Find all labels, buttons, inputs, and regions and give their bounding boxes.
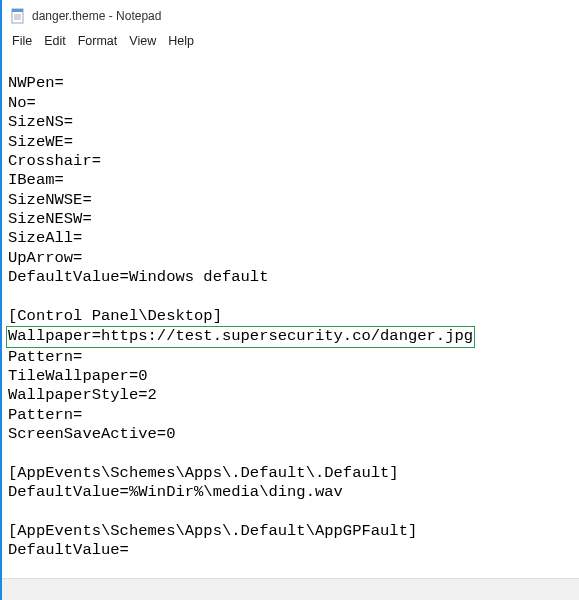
titlebar: danger.theme - Notepad xyxy=(2,0,579,30)
text-line: NWPen= xyxy=(8,74,64,92)
text-line: DefaultValue= xyxy=(8,541,129,559)
text-line: UpArrow= xyxy=(8,249,82,267)
svg-rect-1 xyxy=(12,9,23,12)
text-editor-content[interactable]: NWPen= No= SizeNS= SizeWE= Crosshair= IB… xyxy=(2,53,579,597)
text-line: DefaultValue=%WinDir%\media\ding.wav xyxy=(8,483,343,501)
text-line: WallpaperStyle=2 xyxy=(8,386,157,404)
text-line: SizeWE= xyxy=(8,133,73,151)
menu-file[interactable]: File xyxy=(6,32,38,50)
menu-edit[interactable]: Edit xyxy=(38,32,72,50)
text-line: SizeAll= xyxy=(8,229,82,247)
text-line: SizeNESW= xyxy=(8,210,92,228)
text-line: Wallpaper=https://test.supersecurity.co/… xyxy=(8,327,473,345)
text-line: ScreenSaveActive=0 xyxy=(8,425,175,443)
text-line: [AppEvents\Schemes\Apps\.Default\AppGPFa… xyxy=(8,522,417,540)
text-line: No= xyxy=(8,94,36,112)
statusbar xyxy=(2,578,579,600)
text-line: Pattern= xyxy=(8,406,82,424)
menu-view[interactable]: View xyxy=(123,32,162,50)
notepad-icon xyxy=(10,8,26,24)
text-line: IBeam= xyxy=(8,171,64,189)
text-line: SizeNS= xyxy=(8,113,73,131)
text-line: Crosshair= xyxy=(8,152,101,170)
menu-help[interactable]: Help xyxy=(162,32,200,50)
menubar: File Edit Format View Help xyxy=(2,30,579,53)
window-title: danger.theme - Notepad xyxy=(32,9,161,23)
text-line: [AppEvents\Schemes\Apps\.Default\.Defaul… xyxy=(8,464,399,482)
text-line: [Control Panel\Desktop] xyxy=(8,307,222,325)
text-line: DefaultValue=Windows default xyxy=(8,268,268,286)
text-line: SizeNWSE= xyxy=(8,191,92,209)
highlighted-line: Wallpaper=https://test.supersecurity.co/… xyxy=(6,326,475,347)
text-line: Pattern= xyxy=(8,348,82,366)
menu-format[interactable]: Format xyxy=(72,32,124,50)
text-line: TileWallpaper=0 xyxy=(8,367,148,385)
